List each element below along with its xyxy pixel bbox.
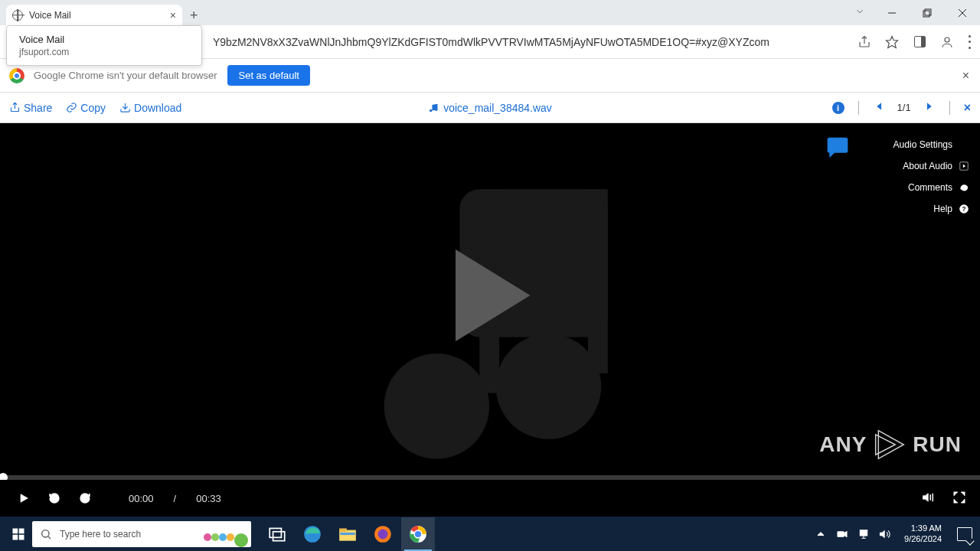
current-time: 00:00 (129, 493, 154, 504)
svg-rect-51 (838, 531, 844, 536)
watermark-text-a: ANY (819, 432, 867, 457)
search-art-icon (204, 533, 248, 547)
next-track-button[interactable] (925, 101, 936, 114)
player-controls: 00:00 / 00:33 (0, 480, 980, 517)
task-view-button[interactable] (260, 517, 294, 551)
edge-app-icon[interactable] (296, 517, 329, 551)
taskbar-apps (260, 517, 435, 551)
minimize-button[interactable] (874, 0, 910, 25)
comments-item[interactable]: Comments (893, 177, 969, 198)
audio-settings-item[interactable]: Audio Settings (893, 134, 969, 155)
svg-text:?: ? (962, 206, 966, 213)
svg-marker-14 (927, 103, 932, 109)
maximize-button[interactable] (910, 0, 945, 25)
copy-label: Copy (80, 102, 106, 114)
banner-close-icon[interactable]: × (962, 69, 969, 83)
toolbar-right-group: i 1/1 × (832, 101, 971, 115)
tray-chevron-up-icon[interactable] (814, 527, 828, 541)
url-field[interactable]: Y9bzM2NV8xX3ZvaWNlJnJhbmQ9YlZKdGFIST0mdW… (213, 31, 850, 54)
about-audio-item[interactable]: About Audio (893, 155, 969, 177)
download-button[interactable]: Download (119, 102, 181, 114)
toolbar-filename: voice_mail_38484.wav (428, 102, 552, 114)
tab-close-icon[interactable]: × (170, 9, 176, 21)
svg-marker-32 (923, 493, 929, 501)
start-button[interactable] (5, 520, 32, 548)
taskbar-clock[interactable]: 1:39 AM 9/26/2024 (904, 523, 942, 543)
svg-rect-27 (588, 189, 608, 373)
svg-point-11 (435, 108, 438, 111)
info-badge-icon[interactable]: i (832, 102, 844, 114)
set-default-button[interactable]: Set as default (227, 65, 310, 86)
tray-meet-now-icon[interactable] (835, 527, 849, 541)
help-icon: ? (959, 204, 969, 214)
tray-network-icon[interactable] (857, 527, 871, 541)
tray-volume-icon[interactable] (878, 527, 892, 541)
svg-rect-37 (13, 534, 18, 540)
share-page-icon[interactable] (858, 35, 871, 49)
play-button[interactable] (433, 238, 547, 356)
svg-line-40 (48, 536, 51, 539)
svg-rect-45 (339, 528, 347, 531)
svg-point-39 (42, 530, 49, 536)
svg-rect-46 (340, 532, 355, 534)
comment-icon (959, 182, 969, 193)
share-button[interactable]: Share (9, 102, 52, 114)
svg-rect-2 (925, 9, 931, 15)
total-time: 00:33 (196, 493, 221, 504)
chat-bubble-icon[interactable] (825, 135, 850, 163)
play-control-button[interactable] (14, 492, 34, 504)
chrome-app-icon[interactable] (401, 517, 435, 551)
tab-title: Voice Mail (29, 10, 170, 21)
svg-rect-38 (19, 534, 24, 540)
clock-date: 9/26/2024 (904, 534, 942, 544)
svg-marker-12 (877, 103, 881, 109)
search-placeholder: Type here to search (60, 529, 141, 540)
browser-tab[interactable]: Voice Mail × (6, 5, 182, 25)
filename-label: voice_mail_38484.wav (443, 102, 552, 114)
close-window-button[interactable] (945, 0, 980, 25)
chrome-logo-icon (9, 68, 24, 83)
volume-button[interactable] (922, 491, 936, 507)
audio-settings-label: Audio Settings (893, 139, 952, 150)
chrome-menu-icon[interactable] (968, 35, 971, 49)
help-label: Help (933, 204, 952, 214)
player-close-icon[interactable]: × (964, 101, 971, 115)
browser-titlebar: Voice Mail × + (0, 0, 980, 25)
windows-taskbar: Type here to search 1:39 AM 9/26/2024 (0, 517, 980, 551)
side-panel-icon[interactable] (913, 35, 926, 49)
anyrun-play-icon (873, 428, 906, 461)
file-explorer-icon[interactable] (331, 517, 364, 551)
svg-marker-31 (21, 494, 28, 503)
fullscreen-button[interactable] (952, 491, 966, 507)
watermark-text-b: RUN (913, 432, 962, 457)
svg-marker-6 (887, 36, 898, 47)
share-label: Share (24, 102, 52, 114)
svg-marker-20 (963, 165, 966, 168)
settings-sliders-icon (959, 139, 969, 150)
firefox-icon[interactable] (366, 517, 400, 551)
tab-tooltip: Voice Mail jfsuport.com (6, 25, 202, 66)
svg-rect-35 (13, 528, 18, 533)
prev-track-button[interactable] (873, 101, 884, 114)
bookmark-star-icon[interactable] (885, 35, 899, 49)
clock-time: 1:39 AM (904, 523, 942, 533)
tab-search-chevron-icon[interactable] (854, 6, 865, 20)
rewind-button[interactable] (44, 492, 64, 504)
player-body: Audio Settings About Audio Comments Help… (0, 123, 980, 475)
search-icon (40, 528, 52, 540)
player-side-menu: Audio Settings About Audio Comments Help… (893, 134, 969, 220)
svg-point-10 (430, 109, 433, 112)
comments-label: Comments (908, 182, 952, 193)
taskbar-search[interactable]: Type here to search (32, 521, 251, 547)
help-item[interactable]: Help ? (893, 198, 969, 220)
svg-marker-56 (880, 530, 884, 537)
svg-point-50 (414, 530, 422, 538)
forward-button[interactable] (75, 492, 95, 504)
new-tab-button[interactable]: + (190, 8, 198, 24)
svg-rect-41 (270, 528, 281, 537)
copy-button[interactable]: Copy (66, 102, 106, 114)
profile-avatar-icon[interactable] (940, 35, 954, 49)
action-center-icon[interactable] (957, 527, 972, 541)
player-toolbar: Share Copy Download voice_mail_38484.wav… (0, 93, 980, 123)
svg-point-48 (378, 529, 388, 539)
